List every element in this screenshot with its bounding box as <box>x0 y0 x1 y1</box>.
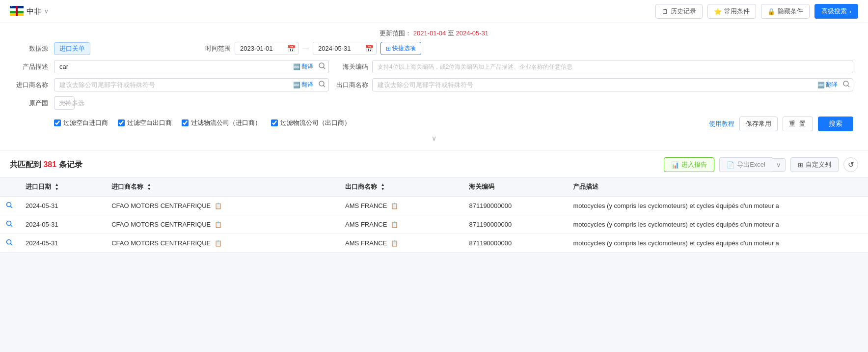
tutorial-button[interactable]: 使用教程 <box>709 119 734 128</box>
exporter-scan-button[interactable] <box>842 80 850 89</box>
customs-label: 海关编码 <box>335 62 368 71</box>
filter-logistics-importer-checkbox[interactable] <box>182 119 189 126</box>
importer-translate-button[interactable]: 🔤 翻译 <box>293 81 313 89</box>
row3-search-icon[interactable] <box>0 234 20 253</box>
importer-input[interactable] <box>54 78 329 91</box>
datasource-tag[interactable]: 进口关单 <box>54 42 90 55</box>
dropdown-chevron-icon[interactable]: ∨ <box>44 8 49 15</box>
svg-point-16 <box>7 240 11 244</box>
update-range: 更新范围： 2021-01-04 至 2024-05-31 <box>15 29 853 38</box>
common-conditions-button[interactable]: ⭐ 常用条件 <box>707 4 756 19</box>
svg-rect-4 <box>16 6 18 16</box>
filter-logistics-importer[interactable]: 过滤物流公司（进口商） <box>182 118 261 127</box>
table-row: 2024-05-31 CFAO MOTORS CENTRAFRIQUE 📋 AM… <box>0 234 868 253</box>
svg-point-12 <box>7 203 11 207</box>
importer-input-wrap: 🔤 翻译 <box>54 78 329 91</box>
row3-exporter-copy-icon[interactable]: 📋 <box>391 240 398 247</box>
checkbox-row: 过滤空白进口商 过滤空白出口商 过滤物流公司（进口商） 过滤物流公司（出口商） <box>15 116 351 130</box>
product-input-wrap: 🔤 翻译 <box>54 60 329 73</box>
calendar-end-icon: 📅 <box>365 45 374 53</box>
checkbox-action-row: 过滤空白进口商 过滤空白出口商 过滤物流公司（进口商） 过滤物流公司（出口商） … <box>15 115 853 131</box>
report-icon: 📊 <box>671 161 679 169</box>
filter-blank-importer-checkbox[interactable] <box>54 119 61 126</box>
row1-search-icon[interactable] <box>0 197 20 215</box>
action-row: 使用教程 保存常用 重 置 搜索 <box>709 115 853 131</box>
reset-button[interactable]: 重 置 <box>783 117 813 131</box>
row2-search-icon[interactable] <box>0 215 20 234</box>
advanced-search-button[interactable]: 高级搜索 › <box>814 4 858 19</box>
report-button[interactable]: 📊 进入报告 <box>664 157 714 172</box>
table-row: 2024-05-31 CFAO MOTORS CENTRAFRIQUE 📋 AM… <box>0 215 868 234</box>
refresh-icon: ↺ <box>848 160 854 169</box>
export-dropdown-button[interactable]: ∨ <box>772 158 786 172</box>
origin-select[interactable] <box>54 96 75 110</box>
row2-date: 2024-05-31 <box>20 215 106 234</box>
row3-importer-copy-icon[interactable]: 📋 <box>215 240 222 247</box>
svg-point-14 <box>7 221 11 226</box>
filter-blank-exporter[interactable]: 过滤空白出口商 <box>118 118 172 127</box>
customs-input[interactable] <box>372 60 853 73</box>
filter-blank-exporter-checkbox[interactable] <box>118 119 125 126</box>
origin-label: 原产国 <box>15 99 48 108</box>
custom-col-icon: ⊞ <box>798 161 803 169</box>
date-start-wrap: 📅 <box>235 42 298 55</box>
origin-select-wrap: 支持多选 <box>54 96 329 110</box>
product-scan-button[interactable] <box>318 62 326 71</box>
row1-exporter: AMS FRANCE 📋 <box>339 197 463 215</box>
svg-line-7 <box>324 67 326 69</box>
translate-icon: 🔤 <box>293 63 300 70</box>
quick-icon: ⊞ <box>386 45 391 52</box>
row3-exporter: AMS FRANCE 📋 <box>339 234 463 253</box>
search-button[interactable]: 搜索 <box>818 117 853 131</box>
custom-columns-button[interactable]: ⊞ 自定义列 <box>790 157 839 172</box>
svg-line-9 <box>324 86 326 88</box>
results-area: 共匹配到 381 条记录 📊 进入报告 📄 导出Excel ∨ ⊞ 自定义列 ↺ <box>0 150 868 253</box>
exporter-input[interactable] <box>372 78 853 91</box>
export-icon: 📄 <box>727 161 734 169</box>
row1-description: motocycles (y compris les cyclomoteurs) … <box>567 197 868 215</box>
svg-line-11 <box>848 86 850 88</box>
hide-conditions-button[interactable]: 🔒 隐藏条件 <box>761 4 810 19</box>
sort-importer-icon[interactable]: ▲ ▼ <box>147 183 151 191</box>
advanced-arrow-icon: › <box>849 8 851 15</box>
sort-exporter-icon[interactable]: ▲ ▼ <box>381 183 385 191</box>
filter-blank-importer[interactable]: 过滤空白进口商 <box>54 118 108 127</box>
export-button[interactable]: 📄 导出Excel <box>719 157 772 172</box>
save-common-button[interactable]: 保存常用 <box>739 117 778 131</box>
row3-date: 2024-05-31 <box>20 234 106 253</box>
filter-logistics-exporter-checkbox[interactable] <box>271 119 278 126</box>
row1-exporter-copy-icon[interactable]: 📋 <box>391 203 398 209</box>
export-button-group: 📄 导出Excel ∨ <box>719 157 786 172</box>
date-separator: — <box>302 45 309 52</box>
row2-importer-copy-icon[interactable]: 📋 <box>215 221 222 228</box>
table-body: 2024-05-31 CFAO MOTORS CENTRAFRIQUE 📋 AM… <box>0 197 868 253</box>
results-actions: 📊 进入报告 📄 导出Excel ∨ ⊞ 自定义列 ↺ <box>664 157 858 172</box>
row1-date: 2024-05-31 <box>20 197 106 215</box>
header-right: 🗒 历史记录 ⭐ 常用条件 🔒 隐藏条件 高级搜索 › <box>655 4 858 19</box>
origin-row: 原产国 支持多选 <box>15 96 853 110</box>
table-header-row: 进口日期 ▲ ▼ 进口商名称 ▲ ▼ 出口商名称 ▲ <box>0 177 868 197</box>
th-customs-code: 海关编码 <box>463 177 567 197</box>
country-flag-icon <box>10 6 24 17</box>
collapse-row[interactable]: ∨ <box>15 131 853 145</box>
product-input[interactable] <box>54 60 329 73</box>
row3-customs-code: 871190000000 <box>463 234 567 253</box>
filter-logistics-exporter[interactable]: 过滤物流公司（出口商） <box>271 118 351 127</box>
row3-importer: CFAO MOTORS CENTRAFRIQUE 📋 <box>106 234 339 253</box>
importer-scan-button[interactable] <box>318 80 326 89</box>
th-importer-name: 进口商名称 ▲ ▼ <box>106 177 339 197</box>
quick-select-button[interactable]: ⊞ 快捷选项 <box>380 42 421 55</box>
row2-exporter-copy-icon[interactable]: 📋 <box>391 221 398 228</box>
hide-icon: 🔒 <box>767 8 775 15</box>
exporter-translate-button[interactable]: 🔤 翻译 <box>817 81 838 89</box>
row1-importer-copy-icon[interactable]: 📋 <box>215 203 222 209</box>
refresh-button[interactable]: ↺ <box>843 157 858 172</box>
datasource-label: 数据源 <box>15 44 48 53</box>
exporter-input-wrap: 🔤 翻译 <box>372 78 853 91</box>
sort-date-icon[interactable]: ▲ ▼ <box>55 183 59 191</box>
calendar-start-icon: 📅 <box>287 45 296 53</box>
th-description: 产品描述 <box>567 177 868 197</box>
row3-description: motocycles (y compris les cyclomoteurs) … <box>567 234 868 253</box>
history-button[interactable]: 🗒 历史记录 <box>655 4 703 19</box>
product-translate-button[interactable]: 🔤 翻译 <box>293 62 313 71</box>
